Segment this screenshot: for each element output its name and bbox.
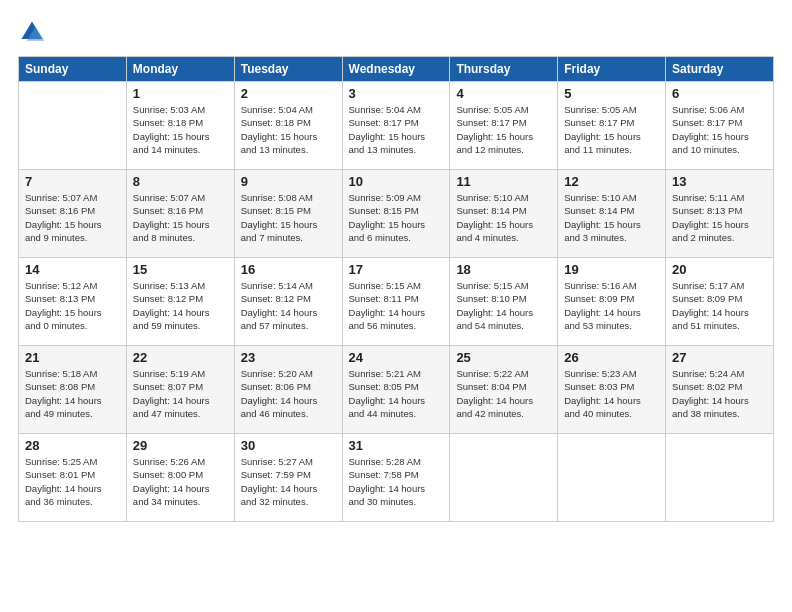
day-number: 8 [133,174,228,189]
day-number: 13 [672,174,767,189]
day-number: 27 [672,350,767,365]
day-info: Sunrise: 5:09 AM Sunset: 8:15 PM Dayligh… [349,191,444,244]
day-number: 25 [456,350,551,365]
day-info: Sunrise: 5:07 AM Sunset: 8:16 PM Dayligh… [133,191,228,244]
logo [18,18,50,46]
day-info: Sunrise: 5:19 AM Sunset: 8:07 PM Dayligh… [133,367,228,420]
day-cell: 7Sunrise: 5:07 AM Sunset: 8:16 PM Daylig… [19,170,127,258]
day-info: Sunrise: 5:03 AM Sunset: 8:18 PM Dayligh… [133,103,228,156]
day-cell: 19Sunrise: 5:16 AM Sunset: 8:09 PM Dayli… [558,258,666,346]
day-number: 30 [241,438,336,453]
day-info: Sunrise: 5:06 AM Sunset: 8:17 PM Dayligh… [672,103,767,156]
day-info: Sunrise: 5:08 AM Sunset: 8:15 PM Dayligh… [241,191,336,244]
header [18,18,774,46]
day-number: 28 [25,438,120,453]
day-info: Sunrise: 5:12 AM Sunset: 8:13 PM Dayligh… [25,279,120,332]
week-row-1: 1Sunrise: 5:03 AM Sunset: 8:18 PM Daylig… [19,82,774,170]
day-cell: 15Sunrise: 5:13 AM Sunset: 8:12 PM Dayli… [126,258,234,346]
day-cell: 21Sunrise: 5:18 AM Sunset: 8:08 PM Dayli… [19,346,127,434]
day-number: 20 [672,262,767,277]
day-cell: 13Sunrise: 5:11 AM Sunset: 8:13 PM Dayli… [666,170,774,258]
day-cell: 5Sunrise: 5:05 AM Sunset: 8:17 PM Daylig… [558,82,666,170]
day-number: 26 [564,350,659,365]
day-number: 7 [25,174,120,189]
day-number: 3 [349,86,444,101]
header-cell-tuesday: Tuesday [234,57,342,82]
day-cell: 6Sunrise: 5:06 AM Sunset: 8:17 PM Daylig… [666,82,774,170]
header-cell-saturday: Saturday [666,57,774,82]
week-row-3: 14Sunrise: 5:12 AM Sunset: 8:13 PM Dayli… [19,258,774,346]
day-info: Sunrise: 5:21 AM Sunset: 8:05 PM Dayligh… [349,367,444,420]
page: SundayMondayTuesdayWednesdayThursdayFrid… [0,0,792,612]
day-number: 1 [133,86,228,101]
day-info: Sunrise: 5:07 AM Sunset: 8:16 PM Dayligh… [25,191,120,244]
calendar-header: SundayMondayTuesdayWednesdayThursdayFrid… [19,57,774,82]
day-info: Sunrise: 5:13 AM Sunset: 8:12 PM Dayligh… [133,279,228,332]
header-cell-sunday: Sunday [19,57,127,82]
day-cell [666,434,774,522]
day-number: 14 [25,262,120,277]
day-cell: 27Sunrise: 5:24 AM Sunset: 8:02 PM Dayli… [666,346,774,434]
day-info: Sunrise: 5:28 AM Sunset: 7:58 PM Dayligh… [349,455,444,508]
day-cell: 14Sunrise: 5:12 AM Sunset: 8:13 PM Dayli… [19,258,127,346]
day-cell: 25Sunrise: 5:22 AM Sunset: 8:04 PM Dayli… [450,346,558,434]
day-number: 11 [456,174,551,189]
day-info: Sunrise: 5:16 AM Sunset: 8:09 PM Dayligh… [564,279,659,332]
day-info: Sunrise: 5:24 AM Sunset: 8:02 PM Dayligh… [672,367,767,420]
day-number: 17 [349,262,444,277]
day-info: Sunrise: 5:15 AM Sunset: 8:10 PM Dayligh… [456,279,551,332]
day-number: 31 [349,438,444,453]
day-info: Sunrise: 5:05 AM Sunset: 8:17 PM Dayligh… [456,103,551,156]
day-cell: 11Sunrise: 5:10 AM Sunset: 8:14 PM Dayli… [450,170,558,258]
day-info: Sunrise: 5:26 AM Sunset: 8:00 PM Dayligh… [133,455,228,508]
day-number: 24 [349,350,444,365]
day-info: Sunrise: 5:04 AM Sunset: 8:18 PM Dayligh… [241,103,336,156]
day-cell: 16Sunrise: 5:14 AM Sunset: 8:12 PM Dayli… [234,258,342,346]
day-info: Sunrise: 5:22 AM Sunset: 8:04 PM Dayligh… [456,367,551,420]
day-number: 10 [349,174,444,189]
day-number: 5 [564,86,659,101]
day-number: 19 [564,262,659,277]
day-info: Sunrise: 5:04 AM Sunset: 8:17 PM Dayligh… [349,103,444,156]
day-number: 6 [672,86,767,101]
day-number: 2 [241,86,336,101]
week-row-5: 28Sunrise: 5:25 AM Sunset: 8:01 PM Dayli… [19,434,774,522]
day-cell: 20Sunrise: 5:17 AM Sunset: 8:09 PM Dayli… [666,258,774,346]
day-cell: 1Sunrise: 5:03 AM Sunset: 8:18 PM Daylig… [126,82,234,170]
day-cell: 17Sunrise: 5:15 AM Sunset: 8:11 PM Dayli… [342,258,450,346]
calendar-body: 1Sunrise: 5:03 AM Sunset: 8:18 PM Daylig… [19,82,774,522]
day-number: 15 [133,262,228,277]
day-cell: 22Sunrise: 5:19 AM Sunset: 8:07 PM Dayli… [126,346,234,434]
day-info: Sunrise: 5:25 AM Sunset: 8:01 PM Dayligh… [25,455,120,508]
day-cell: 28Sunrise: 5:25 AM Sunset: 8:01 PM Dayli… [19,434,127,522]
day-cell: 2Sunrise: 5:04 AM Sunset: 8:18 PM Daylig… [234,82,342,170]
day-cell: 12Sunrise: 5:10 AM Sunset: 8:14 PM Dayli… [558,170,666,258]
day-number: 12 [564,174,659,189]
day-info: Sunrise: 5:10 AM Sunset: 8:14 PM Dayligh… [456,191,551,244]
day-cell: 29Sunrise: 5:26 AM Sunset: 8:00 PM Dayli… [126,434,234,522]
day-cell: 4Sunrise: 5:05 AM Sunset: 8:17 PM Daylig… [450,82,558,170]
day-info: Sunrise: 5:14 AM Sunset: 8:12 PM Dayligh… [241,279,336,332]
day-number: 29 [133,438,228,453]
day-number: 9 [241,174,336,189]
day-cell: 18Sunrise: 5:15 AM Sunset: 8:10 PM Dayli… [450,258,558,346]
day-cell: 3Sunrise: 5:04 AM Sunset: 8:17 PM Daylig… [342,82,450,170]
day-number: 16 [241,262,336,277]
header-cell-wednesday: Wednesday [342,57,450,82]
day-cell [558,434,666,522]
week-row-2: 7Sunrise: 5:07 AM Sunset: 8:16 PM Daylig… [19,170,774,258]
day-info: Sunrise: 5:17 AM Sunset: 8:09 PM Dayligh… [672,279,767,332]
day-info: Sunrise: 5:18 AM Sunset: 8:08 PM Dayligh… [25,367,120,420]
logo-icon [18,18,46,46]
header-row: SundayMondayTuesdayWednesdayThursdayFrid… [19,57,774,82]
header-cell-monday: Monday [126,57,234,82]
day-cell: 26Sunrise: 5:23 AM Sunset: 8:03 PM Dayli… [558,346,666,434]
day-number: 22 [133,350,228,365]
day-info: Sunrise: 5:11 AM Sunset: 8:13 PM Dayligh… [672,191,767,244]
day-info: Sunrise: 5:10 AM Sunset: 8:14 PM Dayligh… [564,191,659,244]
day-info: Sunrise: 5:23 AM Sunset: 8:03 PM Dayligh… [564,367,659,420]
day-cell: 24Sunrise: 5:21 AM Sunset: 8:05 PM Dayli… [342,346,450,434]
day-info: Sunrise: 5:05 AM Sunset: 8:17 PM Dayligh… [564,103,659,156]
header-cell-thursday: Thursday [450,57,558,82]
day-number: 23 [241,350,336,365]
